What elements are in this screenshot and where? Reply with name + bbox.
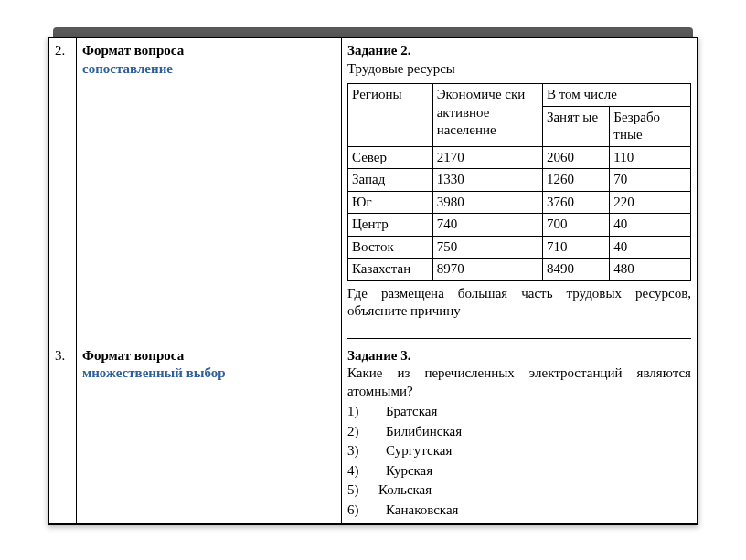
col-region: Регионы [348,84,433,147]
table-row: Север 2170 2060 110 [348,146,691,169]
col-employed: Занят ые [542,106,609,146]
list-item: 5)Кольская [347,481,691,501]
task-subtitle: Трудовые ресурсы [347,61,455,76]
format-cell: Формат вопроса множественный выбор [77,343,342,524]
task-title: Задание 2. [347,43,410,58]
list-item: 6)Канаковская [347,501,691,521]
format-cell: Формат вопроса сопоставление [77,38,342,343]
format-type: множественный выбор [82,365,226,380]
table-row: Юг 3980 3760 220 [348,191,691,214]
list-item: 3)Сургутская [347,441,691,461]
main-table: 2. Формат вопроса сопоставление Задание … [48,37,698,524]
format-label: Формат вопроса [82,348,184,363]
table-row: 3. Формат вопроса множественный выбор За… [49,343,698,524]
data-table: Регионы Экономиче ски активное население… [347,83,691,281]
col-including: В том числе [542,84,690,107]
format-type: сопоставление [82,61,173,76]
list-item: 1)Братская [347,402,691,422]
header-row: Регионы Экономиче ски активное население… [348,84,691,107]
list-item: 2)Билибинская [347,422,691,442]
table-row: Казахстан 8970 8490 480 [348,259,691,281]
format-label: Формат вопроса [82,43,184,58]
row-number: 3. [49,343,77,524]
document-page: 2. Формат вопроса сопоставление Задание … [48,37,698,525]
table-row: Центр 740 700 40 [348,214,691,237]
col-active: Экономиче ски активное население [432,84,542,147]
task-title: Задание 3. [347,348,410,363]
table-row: 2. Формат вопроса сопоставление Задание … [49,38,698,343]
task-question: Какие из перечисленных электростанций яв… [347,365,691,400]
table-row: Запад 1330 1260 70 [348,169,691,192]
task-cell: Задание 2. Трудовые ресурсы Регионы Экон… [342,38,698,343]
list-item: 4)Курская [347,461,691,481]
answer-blank [347,322,691,339]
task-cell: Задание 3. Какие из перечисленных электр… [342,343,698,524]
option-list: 1)Братская 2)Билибинская 3)Сургутская 4)… [347,402,691,520]
question-text: Где размещена большая часть трудовых рес… [347,285,691,321]
table-row: Восток 750 710 40 [348,236,691,259]
col-unemployed: Безрабо тные [610,106,691,146]
row-number: 2. [49,38,77,343]
